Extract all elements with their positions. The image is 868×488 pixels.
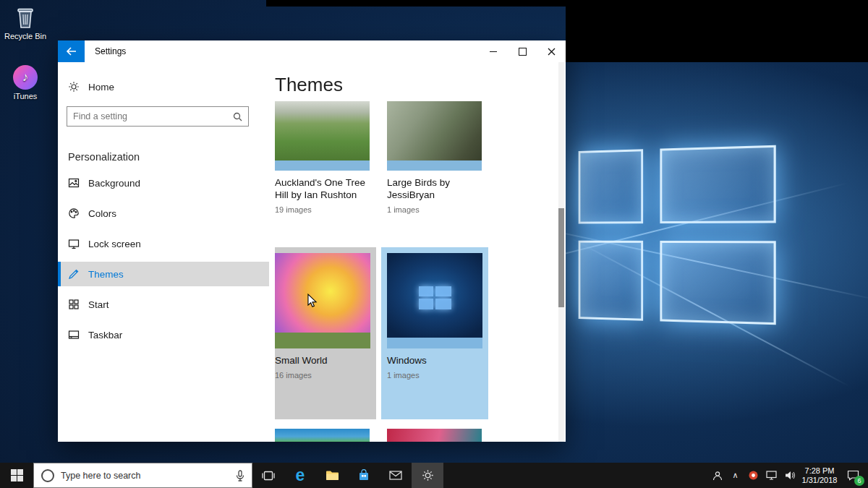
- sidebar-item-taskbar[interactable]: Taskbar: [58, 322, 269, 347]
- sidebar-section-label: Personalization: [68, 151, 140, 163]
- theme-image-count: 1 images: [387, 371, 482, 380]
- settings-taskbar-button[interactable]: [412, 463, 443, 488]
- desktop-icon-label: Recycle Bin: [0, 32, 51, 40]
- taskbar-search-box[interactable]: Type here to search: [33, 463, 252, 488]
- letterbox-bar-top-right: [566, 0, 868, 62]
- network-button[interactable]: [762, 463, 780, 488]
- theme-thumbnail: [387, 253, 482, 348]
- theme-thumbnail-partial[interactable]: [387, 429, 482, 442]
- back-button[interactable]: [58, 40, 85, 62]
- paintbrush-icon: [68, 268, 80, 280]
- theme-color-swatch: [275, 160, 370, 171]
- taskbar-clock[interactable]: 7:28 PM 1/31/2018: [799, 466, 841, 485]
- theme-color-swatch: [387, 338, 482, 348]
- settings-search-input[interactable]: [67, 111, 233, 121]
- theme-card-windows[interactable]: Windows 1 images: [381, 247, 488, 419]
- edge-button[interactable]: e: [284, 463, 316, 488]
- task-view-button[interactable]: [252, 463, 284, 488]
- chevron-up-icon: ∧: [732, 471, 738, 480]
- sidebar-item-themes[interactable]: Themes: [58, 262, 269, 286]
- minimize-icon: [490, 51, 497, 52]
- logo-pane: [579, 241, 643, 321]
- themes-content: Themes Auckland's One Tree Hill by Ian R…: [275, 62, 558, 442]
- theme-image-count: 1 images: [387, 205, 495, 214]
- sidebar-item-label: Background: [88, 178, 140, 189]
- search-icon: [233, 112, 242, 121]
- theme-thumbnail: [387, 101, 482, 171]
- minimize-button[interactable]: [479, 40, 508, 62]
- theme-card-small-world[interactable]: Small World 16 images: [275, 247, 376, 419]
- logo-pane: [660, 241, 775, 325]
- sidebar-item-start[interactable]: Start: [58, 292, 269, 317]
- settings-sidebar: Home Personalization Background: [58, 62, 269, 442]
- theme-card-large-birds[interactable]: Large Birds by JessiBryan 1 images: [387, 101, 495, 214]
- notification-badge: 6: [854, 476, 864, 486]
- taskbar-icon: [68, 329, 80, 341]
- maximize-button[interactable]: [508, 40, 537, 62]
- edge-icon: e: [296, 467, 305, 484]
- window-scrollbar[interactable]: [558, 62, 564, 442]
- theme-color-swatch: [387, 160, 482, 171]
- start-button[interactable]: [0, 463, 33, 488]
- palette-icon: [68, 207, 80, 219]
- sidebar-item-label: Start: [88, 299, 109, 310]
- monitor-lock-icon: [68, 238, 80, 249]
- volume-button[interactable]: [780, 463, 799, 488]
- theme-thumbnail: [275, 101, 370, 171]
- network-icon: [766, 471, 777, 480]
- music-note-icon: ♪: [22, 70, 29, 85]
- sidebar-item-home[interactable]: Home: [68, 78, 114, 95]
- taskbar-spacer: [443, 463, 708, 488]
- maximize-icon: [519, 48, 527, 56]
- tray-app-button[interactable]: [744, 463, 762, 488]
- windows-logo-wallpaper: [579, 145, 776, 325]
- theme-title: Large Birds by JessiBryan: [387, 176, 487, 201]
- itunes-icon: ♪: [13, 65, 38, 90]
- theme-title: Auckland's One Tree Hill by Ian Rushton: [275, 176, 375, 201]
- theme-title: Small World: [275, 354, 375, 367]
- back-arrow-icon: [66, 47, 77, 56]
- close-icon: [548, 48, 556, 56]
- sidebar-item-background[interactable]: Background: [58, 171, 269, 195]
- cortana-icon: [41, 469, 54, 482]
- desktop-icon-itunes[interactable]: ♪ iTunes: [0, 65, 51, 100]
- microphone-icon[interactable]: [236, 470, 244, 481]
- settings-search-box[interactable]: [67, 106, 249, 127]
- sidebar-item-label: Taskbar: [88, 330, 122, 341]
- window-title: Settings: [95, 40, 126, 62]
- sidebar-item-colors[interactable]: Colors: [58, 201, 269, 226]
- action-center-button[interactable]: 6: [841, 463, 865, 488]
- task-view-icon: [262, 471, 275, 481]
- settings-window: Settings Home: [58, 40, 566, 442]
- close-button[interactable]: [537, 40, 566, 62]
- theme-thumbnail-partial[interactable]: [275, 429, 370, 442]
- theme-card-auckland[interactable]: Auckland's One Tree Hill by Ian Rushton …: [275, 101, 383, 214]
- window-titlebar[interactable]: Settings: [58, 40, 566, 62]
- volume-icon: [785, 471, 795, 480]
- file-explorer-button[interactable]: [316, 463, 348, 488]
- store-icon: [358, 469, 370, 481]
- theme-image-count: 19 images: [275, 205, 383, 214]
- taskbar-search-placeholder: Type here to search: [61, 471, 140, 481]
- tiles-icon: [68, 299, 80, 310]
- desktop-icon-recycle-bin[interactable]: Recycle Bin: [0, 5, 51, 40]
- mail-icon: [389, 471, 402, 480]
- theme-thumbnail-foreground: [275, 333, 370, 348]
- logo-pane: [660, 145, 775, 223]
- sidebar-item-lock-screen[interactable]: Lock screen: [58, 231, 269, 256]
- people-icon: [712, 471, 723, 481]
- windows-start-icon: [11, 469, 23, 481]
- gear-icon: [68, 81, 80, 93]
- store-button[interactable]: [348, 463, 380, 488]
- tray-app-icon: [749, 471, 758, 480]
- theme-title: Windows: [387, 354, 487, 367]
- gear-icon: [422, 469, 434, 481]
- people-button[interactable]: [708, 463, 726, 488]
- taskbar: Type here to search e: [0, 463, 868, 488]
- tray-overflow-button[interactable]: ∧: [726, 463, 744, 488]
- scrollbar-thumb[interactable]: [558, 208, 564, 307]
- mail-button[interactable]: [380, 463, 412, 488]
- theme-image-count: 16 images: [275, 371, 370, 380]
- system-tray: ∧ 7:28 PM 1/31/2018 6: [708, 463, 868, 488]
- sidebar-item-label: Lock screen: [88, 239, 141, 249]
